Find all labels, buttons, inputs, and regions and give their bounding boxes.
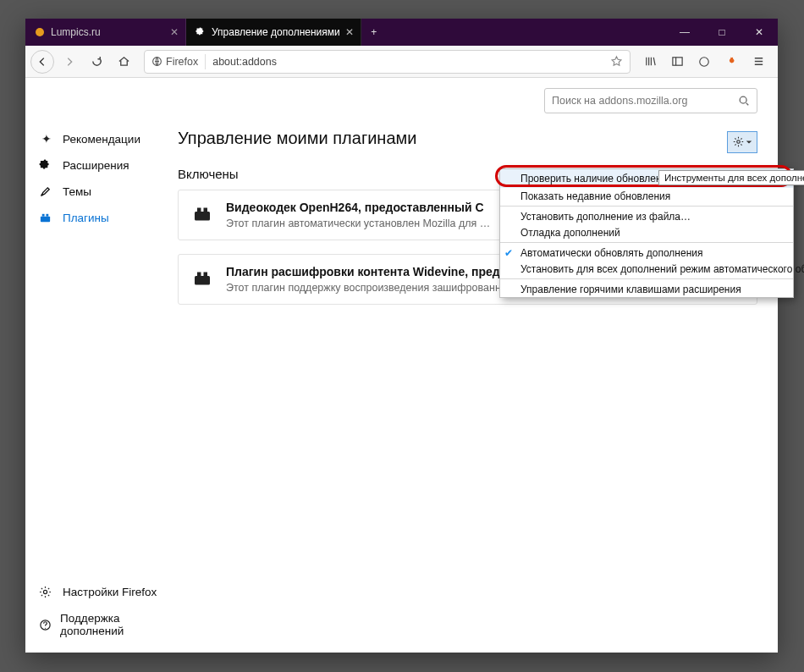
svg-rect-2: [672, 58, 681, 65]
menu-debug[interactable]: Отладка дополнений: [500, 224, 793, 240]
page-title: Управление моими плагинами: [178, 129, 727, 148]
search-input[interactable]: Поиск на addons.mozilla.org: [544, 88, 757, 113]
menu-recent-updates[interactable]: Показать недавние обновления: [500, 188, 793, 204]
svg-point-3: [700, 57, 709, 66]
sidebar: ✦ Рекомендации Расширения Темы Плагины Н…: [25, 78, 174, 653]
sidebar-icon[interactable]: [666, 50, 688, 74]
tabs: Lumpics.ru ✕ Управление дополнениями ✕ +: [25, 19, 666, 46]
back-button[interactable]: [30, 50, 54, 74]
plugin-icon: [190, 267, 214, 290]
svg-point-0: [36, 28, 44, 36]
svg-point-10: [740, 96, 746, 103]
reload-button[interactable]: [85, 50, 108, 74]
identity-icon: [151, 56, 162, 67]
identity-label: Firefox: [166, 56, 198, 68]
tools-dropdown: Проверить наличие обновлений Показать не…: [499, 168, 794, 298]
menu-reset-update[interactable]: Установить для всех дополнений режим авт…: [500, 261, 793, 277]
sidebar-item-extensions[interactable]: Расширения: [30, 152, 174, 179]
tab-lumpics[interactable]: Lumpics.ru ✕: [25, 19, 186, 46]
tools-menu-button[interactable]: [727, 131, 757, 153]
sidebar-item-label: Плагины: [63, 212, 109, 224]
sidebar-item-plugins[interactable]: Плагины: [30, 205, 174, 231]
sidebar-item-label: Рекомендации: [63, 133, 140, 146]
menu-shortcuts[interactable]: Управление горячими клавишами расширения: [500, 281, 793, 297]
tab-addons[interactable]: Управление дополнениями ✕: [186, 19, 361, 46]
check-icon: ✔: [504, 247, 513, 259]
menu-install-file[interactable]: Установить дополнение из файла…: [500, 208, 793, 224]
svg-point-9: [45, 627, 46, 628]
menu-separator: [500, 278, 793, 279]
maximize-button[interactable]: □: [703, 19, 741, 46]
sidebar-item-label: Темы: [63, 185, 91, 198]
address-bar[interactable]: Firefox about:addons: [144, 50, 631, 74]
plugin-icon: [190, 202, 214, 226]
puzzle-icon: [195, 26, 207, 38]
sidebar-item-label: Настройки Firefox: [63, 586, 157, 598]
sidebar-item-label: Расширения: [63, 159, 129, 172]
star-icon[interactable]: [610, 55, 623, 68]
home-button[interactable]: [112, 50, 135, 74]
forward-button[interactable]: [58, 50, 81, 74]
svg-rect-17: [204, 273, 208, 277]
gear-icon: [39, 586, 54, 598]
favicon-icon: [34, 26, 46, 38]
library-icon[interactable]: [639, 50, 661, 74]
svg-rect-15: [195, 276, 210, 285]
menu-icon[interactable]: [747, 50, 769, 74]
tab-label: Lumpics.ru: [51, 26, 101, 38]
content: ✦ Рекомендации Расширения Темы Плагины Н…: [25, 78, 778, 653]
sidebar-item-support[interactable]: Поддержка дополнений: [30, 605, 174, 644]
svg-rect-14: [204, 208, 208, 212]
search-icon: [738, 95, 750, 107]
chevron-down-icon: [746, 139, 752, 146]
search-placeholder: Поиск на addons.mozilla.org: [552, 95, 687, 107]
svg-rect-12: [195, 212, 210, 221]
fire-icon[interactable]: [720, 50, 742, 74]
new-tab-button[interactable]: +: [361, 19, 387, 46]
main: Поиск на addons.mozilla.org Управление м…: [174, 78, 778, 653]
svg-rect-5: [42, 214, 45, 217]
toolbar: Firefox about:addons: [25, 46, 778, 78]
sidebar-item-recommendations[interactable]: ✦ Рекомендации: [30, 125, 174, 152]
svg-rect-6: [46, 214, 48, 217]
help-icon: [39, 619, 52, 631]
tooltip: Инструменты для всех дополнений: [658, 170, 804, 185]
tab-label: Управление дополнениями: [212, 26, 340, 38]
title-bar: Lumpics.ru ✕ Управление дополнениями ✕ +…: [25, 19, 778, 46]
gear-icon: [733, 136, 744, 147]
svg-rect-4: [41, 217, 50, 223]
sidebar-item-label: Поддержка дополнений: [60, 612, 166, 637]
svg-rect-13: [197, 208, 201, 212]
toolbar-right: [639, 50, 773, 74]
app-window: Lumpics.ru ✕ Управление дополнениями ✕ +…: [25, 19, 778, 653]
sidebar-item-themes[interactable]: Темы: [30, 179, 174, 205]
minimize-button[interactable]: —: [666, 19, 703, 46]
svg-rect-16: [197, 273, 201, 277]
puzzle-icon: [39, 159, 54, 172]
menu-separator: [500, 206, 793, 207]
url-text: about:addons: [212, 56, 277, 68]
shield-icon[interactable]: [693, 50, 715, 74]
menu-auto-update[interactable]: ✔ Автоматически обновлять дополнения: [500, 245, 793, 261]
close-button[interactable]: ✕: [741, 19, 778, 46]
svg-point-7: [43, 590, 47, 593]
plugin-icon: [39, 212, 54, 224]
sidebar-item-settings[interactable]: Настройки Firefox: [30, 579, 174, 605]
close-icon[interactable]: ✕: [345, 26, 354, 38]
window-controls: — □ ✕: [666, 19, 778, 46]
menu-separator: [500, 242, 793, 243]
sparkle-icon: ✦: [39, 132, 54, 146]
svg-point-11: [736, 140, 740, 144]
brush-icon: [39, 185, 54, 198]
close-icon[interactable]: ✕: [170, 26, 179, 38]
